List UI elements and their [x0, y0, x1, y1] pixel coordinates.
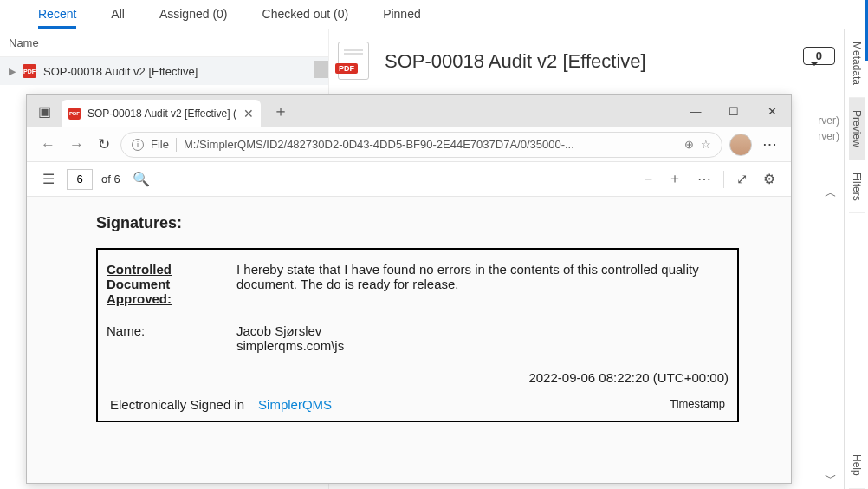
name-label: Name: — [107, 323, 202, 353]
browser-window: ▣ PDF SOP-00018 Audit v2 [Effective] ( ✕… — [26, 94, 792, 484]
nav-forward-icon[interactable]: → — [66, 133, 87, 157]
pdf-toolbar: ☰ of 6 🔍 − ＋ ⋯ ⤢ ⚙ — [27, 162, 791, 197]
profile-avatar[interactable] — [729, 134, 752, 156]
tab-pinned[interactable]: Pinned — [383, 5, 421, 29]
timestamp-label: Timestamp — [670, 397, 725, 412]
toc-icon[interactable]: ☰ — [39, 169, 58, 189]
nav-refresh-icon[interactable]: ↻ — [94, 132, 113, 157]
new-tab-button[interactable]: ＋ — [261, 101, 301, 121]
url-text: M:/SimplerQMS/ID2/482730D2-0D43-4DD5-BF9… — [184, 138, 677, 151]
brand-logo: SimplerQMS — [258, 397, 332, 412]
browser-menu-icon[interactable]: ⋯ — [759, 132, 781, 157]
pdf-settings-icon[interactable]: ⚙ — [760, 169, 779, 189]
window-close-button[interactable]: ✕ — [753, 95, 791, 127]
tab-checked-out[interactable]: Checked out (0) — [262, 5, 349, 29]
signatures-heading: Signatures: — [96, 214, 739, 232]
list-header-name[interactable]: Name — [0, 29, 328, 57]
pdf-icon: PDF — [68, 108, 81, 120]
rail-help[interactable]: Help — [849, 442, 865, 489]
tab-recent[interactable]: Recent — [38, 5, 76, 29]
tab-assigned[interactable]: Assigned (0) — [159, 5, 228, 29]
comment-count-badge[interactable]: 0 — [803, 47, 835, 65]
pdf-file-icon: PDF — [338, 42, 369, 80]
pdf-badge: PDF — [335, 63, 358, 74]
server-hint: rver) rver) — [818, 113, 839, 144]
pdf-icon: PDF — [23, 64, 36, 78]
zoom-out-icon[interactable]: − — [641, 170, 656, 189]
zoom-in-icon[interactable]: ＋ — [664, 168, 685, 190]
fit-page-icon[interactable]: ⤢ — [733, 169, 751, 189]
pdf-more-icon[interactable]: ⋯ — [694, 169, 715, 189]
approved-label: Controlled Document Approved: — [107, 262, 202, 306]
collapse-up-icon[interactable]: ︿ — [825, 186, 837, 201]
list-scrollbar[interactable] — [314, 61, 328, 78]
zoom-icon[interactable]: ⊕ — [684, 138, 694, 151]
collapse-down-icon[interactable]: ﹀ — [825, 471, 837, 486]
timestamp-value: 2022-09-06 08:22:20 (UTC+00:00) — [107, 370, 729, 385]
browser-tab[interactable]: PDF SOP-00018 Audit v2 [Effective] ( ✕ — [62, 100, 261, 127]
name-value: Jacob Sjørslev simplerqms.com\js — [236, 323, 729, 353]
divider — [176, 138, 177, 152]
window-maximize-button[interactable]: ☐ — [715, 95, 753, 127]
search-icon[interactable]: 🔍 — [129, 169, 153, 189]
close-tab-icon[interactable]: ✕ — [243, 107, 254, 121]
url-scheme-label: File — [151, 138, 169, 151]
browser-toolbar: ← → ↻ i File M:/SimplerQMS/ID2/482730D2-… — [27, 127, 791, 162]
main-tabs: Recent All Assigned (0) Checked out (0) … — [0, 0, 868, 29]
browser-titlebar: ▣ PDF SOP-00018 Audit v2 [Effective] ( ✕… — [27, 95, 791, 127]
preview-title: SOP-00018 Audit v2 [Effective] — [385, 50, 646, 73]
signature-box: Controlled Document Approved: I hereby s… — [96, 248, 739, 422]
divider — [723, 171, 724, 188]
pdf-document[interactable]: Signatures: Controlled Document Approved… — [27, 197, 791, 483]
page-number-input[interactable] — [67, 169, 93, 190]
list-row-label: SOP-00018 Audit v2 [Effective] — [43, 65, 198, 78]
tab-all[interactable]: All — [111, 5, 125, 29]
approved-statement: I hereby state that I have found no erro… — [236, 262, 729, 306]
favorite-icon[interactable]: ☆ — [701, 138, 711, 151]
side-rail: Metadata Preview Filters Help — [844, 29, 868, 489]
tab-actions-icon[interactable]: ▣ — [27, 103, 62, 120]
site-info-icon[interactable]: i — [132, 139, 144, 151]
expand-chevron-icon[interactable]: ▶ — [9, 66, 16, 77]
rail-preview[interactable]: Preview — [849, 98, 865, 160]
rail-metadata[interactable]: Metadata — [849, 29, 865, 98]
address-bar[interactable]: i File M:/SimplerQMS/ID2/482730D2-0D43-4… — [120, 132, 722, 158]
list-row[interactable]: ▶ PDF SOP-00018 Audit v2 [Effective] — [0, 57, 328, 85]
window-minimize-button[interactable]: ― — [677, 95, 715, 127]
page-count-label: of 6 — [101, 173, 120, 186]
browser-tab-title: SOP-00018 Audit v2 [Effective] ( — [87, 108, 236, 120]
rail-filters[interactable]: Filters — [849, 160, 865, 214]
esig-label: Electronically Signed in — [110, 397, 244, 412]
accent-edge — [865, 0, 868, 61]
nav-back-icon[interactable]: ← — [37, 133, 59, 157]
